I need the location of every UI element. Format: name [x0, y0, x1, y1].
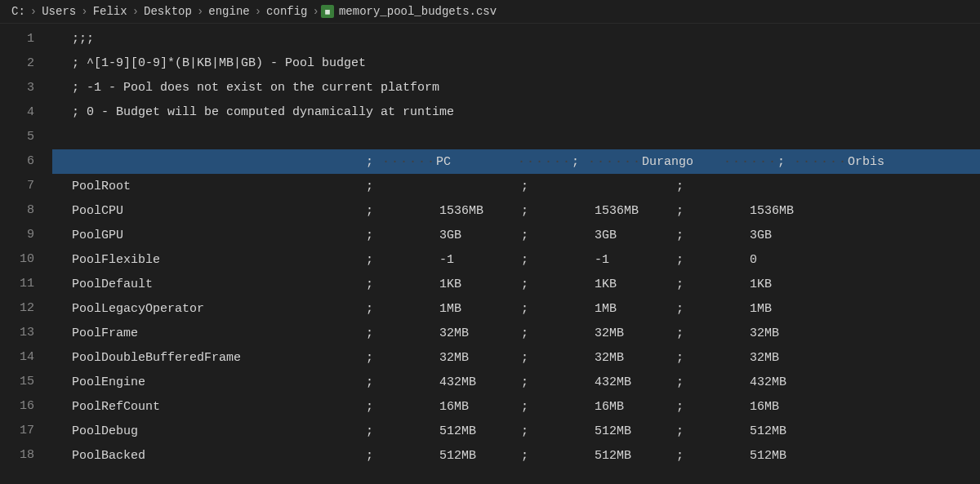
breadcrumb-part[interactable]: Felix — [90, 5, 131, 18]
pool-value-cell: 512MB — [439, 449, 521, 463]
pool-value-cell: 512MB — [750, 424, 831, 438]
pool-value-cell: 1MB — [595, 302, 676, 316]
pool-value-cell: 32MB — [439, 326, 521, 340]
breadcrumb-file[interactable]: ▦ memory_pool_budgets.csv — [321, 5, 497, 18]
csv-data-row[interactable]: PoolDebug;512MB;512MB;512MB — [52, 419, 980, 443]
pool-name-cell: PoolFlexible — [72, 253, 366, 267]
pool-name-cell: PoolDebug — [72, 424, 366, 438]
comment-text: ; ^[1-9][0-9]*(B|KB|MB|GB) - Pool budget — [72, 51, 366, 76]
pool-value-cell: 512MB — [439, 424, 521, 438]
line-number: 6 — [0, 149, 52, 174]
pool-value-cell: 432MB — [750, 375, 831, 389]
whitespace-dots: ······ — [588, 155, 642, 169]
csv-separator: ; — [521, 351, 537, 365]
pool-name-cell: PoolRefCount — [72, 400, 366, 414]
breadcrumb[interactable]: C: › Users › Felix › Desktop › engine › … — [0, 0, 980, 24]
code-line[interactable]: ; -1 - Pool does not exist on the curren… — [52, 76, 980, 100]
csv-separator: ; — [521, 278, 537, 291]
line-number-gutter: 1 2 3 4 5 6 7 8 9 10 11 12 13 14 15 16 1… — [0, 24, 52, 483]
comment-text: ; -1 - Pool does not exist on the curren… — [72, 76, 439, 100]
csv-separator: ; — [676, 180, 693, 193]
whitespace-dots: ······ — [794, 155, 848, 169]
line-number: 7 — [0, 174, 52, 198]
csv-separator: ; — [366, 375, 382, 389]
pool-value-cell: 1MB — [439, 302, 521, 316]
csv-separator: ; — [572, 155, 588, 169]
breadcrumb-part[interactable]: engine — [205, 5, 252, 18]
breadcrumb-part[interactable]: Users — [38, 5, 79, 18]
pool-value-cell: 0 — [750, 253, 831, 267]
pool-value-cell: 1536MB — [595, 204, 676, 218]
csv-separator: ; — [521, 449, 537, 463]
csv-separator: ; — [676, 375, 693, 389]
pool-value-cell: 32MB — [750, 326, 831, 340]
line-number: 16 — [0, 394, 52, 419]
csv-separator: ; — [366, 278, 382, 291]
chevron-right-icon: › — [311, 5, 321, 18]
csv-separator: ; — [777, 155, 794, 169]
csv-data-row[interactable]: PoolRoot;;; — [52, 174, 980, 198]
code-line[interactable] — [52, 125, 980, 149]
csv-separator: ; — [676, 229, 693, 242]
csv-separator: ; — [521, 424, 537, 438]
csv-separator: ; — [676, 449, 693, 463]
line-number: 9 — [0, 223, 52, 247]
chevron-right-icon: › — [253, 5, 263, 18]
csv-separator: ; — [676, 204, 693, 218]
code-area[interactable]: ;;; ; ^[1-9][0-9]*(B|KB|MB|GB) - Pool bu… — [52, 24, 980, 483]
comment-text: ;;; — [72, 27, 94, 51]
pool-name-cell: PoolEngine — [72, 375, 366, 389]
line-number: 15 — [0, 370, 52, 394]
code-line[interactable]: ;;; — [52, 27, 980, 51]
csv-separator: ; — [366, 204, 382, 218]
csv-data-row[interactable]: PoolGPU;3GB;3GB;3GB — [52, 223, 980, 247]
csv-separator: ; — [676, 253, 693, 267]
pool-value-cell: 16MB — [439, 400, 521, 414]
breadcrumb-part[interactable]: config — [263, 5, 310, 18]
csv-separator: ; — [521, 375, 537, 389]
pool-value-cell: 1KB — [595, 278, 676, 291]
csv-separator: ; — [366, 424, 382, 438]
line-number: 4 — [0, 100, 52, 125]
pool-value-cell: 432MB — [595, 375, 676, 389]
pool-value-cell: 3GB — [595, 229, 676, 242]
pool-value-cell: 16MB — [750, 400, 831, 414]
csv-data-row[interactable]: PoolFrame;32MB;32MB;32MB — [52, 321, 980, 345]
csv-data-row[interactable]: PoolLegacyOperator;1MB;1MB;1MB — [52, 296, 980, 321]
line-number: 2 — [0, 51, 52, 76]
csv-separator: ; — [366, 302, 382, 316]
pool-name-cell: PoolGPU — [72, 229, 366, 242]
csv-data-row[interactable]: PoolDefault;1KB;1KB;1KB — [52, 272, 980, 296]
line-number: 3 — [0, 76, 52, 100]
csv-data-row[interactable]: PoolEngine;432MB;432MB;432MB — [52, 370, 980, 394]
whitespace-dots: ······ — [518, 155, 572, 169]
pool-value-cell: 512MB — [750, 449, 831, 463]
pool-value-cell: 32MB — [595, 326, 676, 340]
pool-value-cell: 1KB — [750, 278, 831, 291]
breadcrumb-part[interactable]: Desktop — [140, 5, 195, 18]
csv-header-row[interactable]: ;······PC······ ;······Durango······ ;··… — [52, 149, 980, 174]
csv-data-row[interactable]: PoolRefCount;16MB;16MB;16MB — [52, 394, 980, 419]
csv-data-row[interactable]: PoolCPU;1536MB;1536MB;1536MB — [52, 198, 980, 223]
code-line[interactable]: ; ^[1-9][0-9]*(B|KB|MB|GB) - Pool budget — [52, 51, 980, 76]
breadcrumb-part[interactable]: C: — [8, 5, 29, 18]
pool-value-cell: 16MB — [595, 400, 676, 414]
csv-separator: ; — [521, 400, 537, 414]
csv-data-row[interactable]: PoolFlexible;-1;-1;0 — [52, 247, 980, 272]
csv-data-row[interactable]: PoolBacked;512MB;512MB;512MB — [52, 443, 980, 468]
csv-separator: ; — [676, 424, 693, 438]
csv-header-cell: Durango — [642, 155, 724, 169]
pool-value-cell: 1MB — [750, 302, 831, 316]
pool-value-cell: 3GB — [750, 229, 831, 242]
csv-data-row[interactable]: PoolDoubleBufferedFrame;32MB;32MB;32MB — [52, 345, 980, 370]
csv-separator: ; — [676, 278, 693, 291]
pool-value-cell: 1536MB — [750, 204, 831, 218]
pool-name-cell: PoolFrame — [72, 326, 366, 340]
csv-separator: ; — [521, 326, 537, 340]
pool-name-cell: PoolDefault — [72, 278, 366, 291]
line-number: 8 — [0, 198, 52, 223]
code-line[interactable]: ; 0 - Budget will be computed dynamicall… — [52, 100, 980, 125]
code-editor[interactable]: 1 2 3 4 5 6 7 8 9 10 11 12 13 14 15 16 1… — [0, 24, 980, 483]
csv-separator: ; — [366, 351, 382, 365]
line-number: 12 — [0, 296, 52, 321]
